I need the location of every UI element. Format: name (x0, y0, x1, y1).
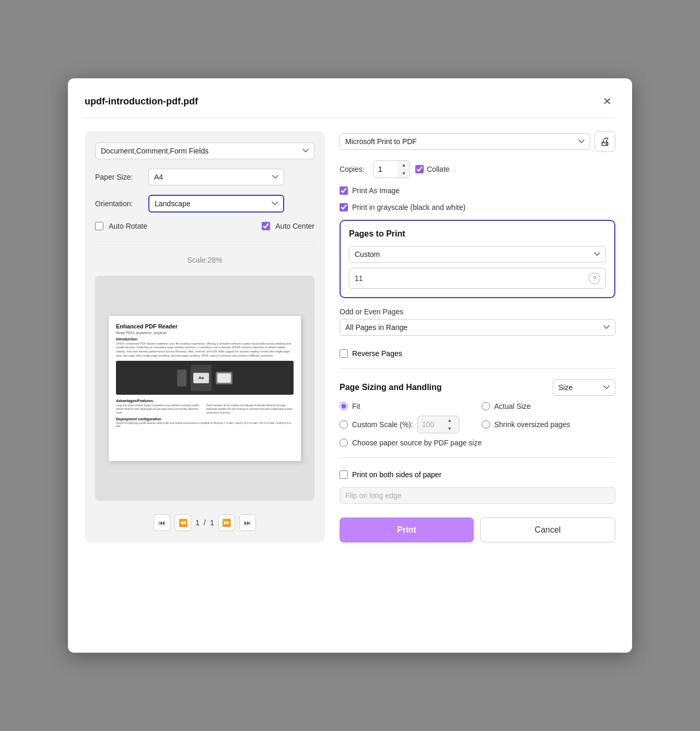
preview-phone-graphic (177, 370, 186, 386)
both-sides-checkbox[interactable] (340, 470, 348, 479)
collate-row: Collate (415, 165, 450, 173)
reverse-pages-checkbox[interactable] (340, 349, 348, 358)
preview-deploy-text: Support for deploying private networks w… (116, 422, 294, 429)
last-page-button[interactable]: ⏭ (239, 514, 256, 531)
page-sizing-section: Page Sizing and Handling Size Fit Shrink… (340, 379, 615, 447)
first-page-button[interactable]: ⏮ (154, 514, 170, 531)
actual-size-label[interactable]: Actual Size (494, 402, 531, 410)
preview-aa: Aa (193, 373, 209, 383)
copies-decrement[interactable]: ▼ (398, 169, 410, 178)
document-type-row: Document,Comment,Form Fields (95, 143, 314, 159)
reverse-pages-label[interactable]: Reverse Pages (352, 349, 402, 358)
printer-settings-button[interactable]: 🖨 (594, 131, 615, 152)
next-page-button[interactable]: ⏩ (218, 514, 235, 531)
paper-source-row: Choose paper source by PDF page size (340, 439, 615, 447)
close-button[interactable]: ✕ (599, 93, 615, 110)
collate-checkbox[interactable] (415, 165, 424, 173)
both-sides-label[interactable]: Print on both sides of paper (352, 470, 441, 479)
preview-col1: Large and unique window display Compatib… (116, 404, 203, 415)
shrink-label[interactable]: Shrink oversized pages (494, 420, 570, 429)
page-current: 1 (195, 518, 200, 527)
orientation-label: Orientation: (95, 199, 142, 208)
preview-intro-title: Introduction (116, 337, 294, 341)
fit-row: Fit (340, 402, 473, 410)
custom-pages-select-wrapper: All Pages Current Page Custom (349, 246, 606, 263)
page-total: 1 (210, 518, 214, 527)
collate-label[interactable]: Collate (427, 165, 450, 173)
odd-even-label: Odd or Even Pages (340, 308, 615, 316)
scale-spinners: ▲ ▼ (444, 416, 456, 433)
page-separator: / (204, 518, 206, 527)
auto-rotate-checkbox[interactable] (95, 222, 103, 230)
sizing-header: Page Sizing and Handling Size Fit Shrink… (340, 379, 615, 396)
preview-dark-box: Aa (116, 361, 294, 395)
odd-even-section: Odd or Even Pages All Pages in Range Odd… (340, 308, 615, 336)
divider-1 (95, 242, 314, 242)
actual-size-radio[interactable] (482, 402, 490, 410)
sizing-title: Page Sizing and Handling (340, 383, 442, 392)
action-row: Print Cancel (340, 517, 615, 543)
shrink-radio[interactable] (482, 420, 490, 429)
sizing-mode-select[interactable]: Size Fit Shrink Multiple (553, 379, 615, 396)
auto-center-checkbox[interactable] (262, 222, 270, 230)
dialog-header: updf-introduction-pdf.pdf ✕ (85, 93, 615, 119)
page-preview: Enhanced PDF Reader Read PDFs anywhere, … (108, 315, 301, 462)
preview-adv-title: Advantages/Features (116, 399, 294, 403)
copies-row: Copies: ▲ ▼ Collate (340, 160, 615, 178)
print-as-image-checkbox[interactable] (340, 186, 348, 195)
pages-input-row: ? (349, 268, 606, 289)
prev-page-button[interactable]: ⏪ (174, 514, 191, 531)
pages-to-print-title: Pages to Print (349, 229, 606, 239)
shrink-row: Shrink oversized pages (482, 416, 615, 433)
reverse-pages-row: Reverse Pages (340, 349, 615, 358)
paper-size-row: Paper Size: A4 (95, 169, 314, 185)
auto-center-label[interactable]: Auto Center (275, 222, 314, 230)
help-icon[interactable]: ? (589, 273, 600, 284)
flip-select[interactable]: Flip on long edge Flip on short edge (340, 487, 615, 504)
pages-input[interactable] (355, 274, 589, 282)
scale-decrement[interactable]: ▼ (444, 425, 456, 433)
orientation-row: Orientation: Landscape (95, 195, 314, 213)
printer-select[interactable]: Microsoft Print to PDF (340, 133, 590, 150)
preview-col2: Switch between all text markup tools Man… (206, 404, 294, 415)
odd-even-select[interactable]: All Pages in Range Odd Pages Even Pages (340, 319, 615, 336)
copies-increment[interactable]: ▲ (398, 161, 410, 169)
scale-input-wrapper: ▲ ▼ (417, 416, 459, 433)
copies-input-wrapper: ▲ ▼ (374, 160, 410, 178)
dialog-body: Document,Comment,Form Fields Paper Size:… (85, 131, 615, 543)
custom-pages-select[interactable]: All Pages Current Page Custom (349, 246, 606, 263)
preview-center-graphic: Aa (191, 365, 212, 391)
dialog-title: updf-introduction-pdf.pdf (85, 96, 198, 107)
printer-row: Microsoft Print to PDF 🖨 (340, 131, 615, 152)
print-grayscale-label[interactable]: Print in grayscale (black and white) (352, 203, 465, 211)
auto-rotate-row: Auto Rotate (95, 222, 147, 230)
paper-size-select[interactable]: A4 (148, 169, 284, 185)
cancel-button[interactable]: Cancel (480, 517, 615, 543)
print-button[interactable]: Print (340, 517, 474, 543)
orientation-select[interactable]: Landscape (148, 195, 284, 213)
actual-size-row: Actual Size (482, 402, 615, 410)
custom-scale-label[interactable]: Custom Scale (%): (352, 420, 413, 429)
preview-intro-text: UPDF's enhanced PDF Reader redefines you… (116, 342, 294, 358)
left-panel: Document,Comment,Form Fields Paper Size:… (85, 131, 325, 543)
copies-input[interactable] (374, 162, 398, 176)
paper-size-label: Paper Size: (95, 173, 142, 181)
print-grayscale-checkbox[interactable] (340, 203, 348, 211)
close-icon: ✕ (603, 95, 612, 108)
pagination-row: ⏮ ⏪ 1 / 1 ⏩ ⏭ (95, 514, 314, 531)
print-as-image-label[interactable]: Print As Image (352, 186, 400, 195)
preview-container: Enhanced PDF Reader Read PDFs anywhere, … (95, 276, 314, 501)
document-type-select[interactable]: Document,Comment,Form Fields (95, 143, 314, 159)
fit-radio[interactable] (340, 402, 348, 410)
scale-increment[interactable]: ▲ (444, 416, 456, 425)
scale-label: Scale:28% (95, 256, 314, 264)
print-grayscale-row: Print in grayscale (black and white) (340, 203, 615, 211)
scale-input[interactable] (418, 418, 444, 431)
paper-source-label[interactable]: Choose paper source by PDF page size (352, 439, 482, 447)
fit-label[interactable]: Fit (352, 402, 360, 410)
pages-to-print-box: Pages to Print All Pages Current Page Cu… (340, 220, 615, 298)
paper-source-radio[interactable] (340, 439, 348, 447)
auto-rotate-label[interactable]: Auto Rotate (109, 222, 147, 230)
print-as-image-row: Print As Image (340, 186, 615, 195)
custom-scale-radio[interactable] (340, 420, 348, 429)
